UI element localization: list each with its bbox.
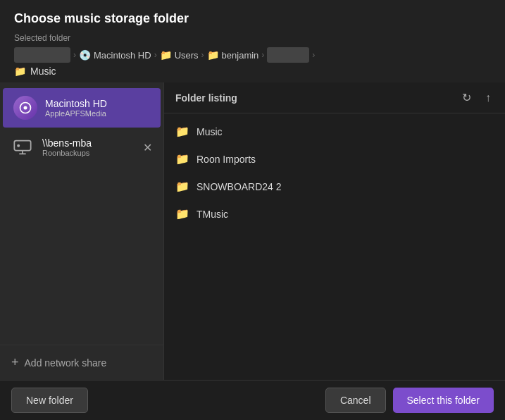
- svg-point-5: [18, 145, 19, 147]
- selected-path-label: Music: [30, 66, 56, 77]
- folder-list: 📁 Music 📁 Roon Imports 📁 SNOWBOARD24 2 📁…: [164, 113, 505, 380]
- folder-list-icon-music: 📁: [175, 125, 189, 138]
- benjamin-folder-icon: 📁: [207, 49, 219, 61]
- folder-list-icon-roon: 📁: [175, 152, 189, 166]
- new-folder-button[interactable]: New folder: [11, 388, 88, 413]
- folder-list-icon-snowboard: 📁: [175, 180, 189, 193]
- breadcrumb-sep-3: ›: [201, 50, 204, 60]
- macintosh-icon: 💿: [79, 49, 91, 61]
- svg-rect-2: [14, 141, 30, 151]
- folder-panel-actions: ↻ ↑: [459, 89, 494, 106]
- sidebar-item-bens-text: \\bens-mba Roonbackups: [42, 137, 135, 157]
- select-folder-button[interactable]: Select this folder: [393, 388, 494, 413]
- breadcrumb-hidden-block: [14, 47, 70, 63]
- breadcrumb-hidden-block-2: [267, 47, 309, 63]
- macintosh-hd-icon-wrapper: [13, 95, 38, 121]
- breadcrumb-benjamin-label: benjamin: [222, 50, 259, 61]
- dialog: Choose music storage folder Selected fol…: [0, 0, 505, 420]
- svg-point-1: [24, 106, 27, 110]
- users-folder-icon: 📁: [160, 49, 172, 61]
- breadcrumb-item-users[interactable]: 📁 Users: [160, 49, 199, 61]
- add-network-share-button[interactable]: + Add network share: [11, 355, 106, 370]
- sidebar-macintosh-name: Macintosh HD: [45, 98, 151, 109]
- sidebar: Macintosh HD AppleAPFSMedia: [0, 82, 164, 380]
- breadcrumb-users-label: Users: [175, 50, 199, 61]
- dialog-title: Choose music storage folder: [14, 11, 491, 26]
- add-icon: +: [11, 355, 19, 370]
- breadcrumb-macintosh-label: Macintosh HD: [94, 50, 151, 61]
- hd-disk-icon: [13, 96, 37, 120]
- breadcrumb-sep-5: ›: [312, 50, 315, 60]
- folder-item-music[interactable]: 📁 Music: [164, 118, 505, 145]
- folder-panel: Folder listing ↻ ↑ 📁 Music 📁 Roon Import…: [164, 82, 505, 380]
- breadcrumb-item-benjamin[interactable]: 📁 benjamin: [207, 49, 259, 61]
- breadcrumb-sep-2: ›: [154, 50, 157, 60]
- btn-group-right: Cancel Select this folder: [325, 388, 494, 413]
- sidebar-item-macintosh-hd[interactable]: Macintosh HD AppleAPFSMedia: [3, 88, 161, 128]
- sidebar-bens-name: \\bens-mba: [42, 137, 135, 149]
- folder-item-music-label: Music: [197, 126, 223, 137]
- folder-item-roon-label: Roon Imports: [197, 154, 256, 165]
- sidebar-footer: + Add network share: [0, 345, 163, 380]
- folder-item-snowboard-label: SNOWBOARD24 2: [197, 181, 282, 192]
- sidebar-item-bens-mba[interactable]: \\bens-mba Roonbackups ✕: [0, 128, 163, 167]
- selected-folder-label: Selected folder: [14, 33, 491, 43]
- sidebar-item-macintosh-text: Macintosh HD AppleAPFSMedia: [45, 98, 151, 118]
- selected-path-row: 📁 Music: [14, 66, 491, 77]
- refresh-button[interactable]: ↻: [459, 89, 474, 106]
- folder-item-tmusic[interactable]: 📁 TMusic: [164, 200, 505, 228]
- breadcrumb-item-hidden2: [267, 47, 309, 63]
- folder-listing-title: Folder listing: [175, 92, 237, 104]
- bens-mba-icon-wrapper: [10, 135, 35, 160]
- breadcrumb: › 💿 Macintosh HD › 📁 Users › 📁 benjamin …: [14, 47, 491, 63]
- sidebar-items: Macintosh HD AppleAPFSMedia: [0, 82, 163, 345]
- bottom-bar: New folder Cancel Select this folder: [0, 380, 505, 420]
- sidebar-bens-sub: Roonbackups: [42, 149, 135, 157]
- folder-item-tmusic-label: TMusic: [197, 209, 228, 220]
- folder-item-roon-imports[interactable]: 📁 Roon Imports: [164, 145, 505, 173]
- breadcrumb-sep-4: ›: [261, 50, 264, 60]
- network-drive-icon: [11, 136, 34, 159]
- breadcrumb-item-macintosh[interactable]: 💿 Macintosh HD: [79, 49, 151, 61]
- folder-list-icon-tmusic: 📁: [175, 207, 189, 221]
- folder-panel-header: Folder listing ↻ ↑: [164, 82, 505, 113]
- folder-item-snowboard[interactable]: 📁 SNOWBOARD24 2: [164, 173, 505, 200]
- breadcrumb-sep-1: ›: [73, 50, 76, 60]
- main-content: Macintosh HD AppleAPFSMedia: [0, 82, 505, 380]
- sidebar-macintosh-sub: AppleAPFSMedia: [45, 109, 151, 118]
- header: Choose music storage folder Selected fol…: [0, 0, 505, 82]
- cancel-button[interactable]: Cancel: [325, 388, 386, 413]
- up-button[interactable]: ↑: [482, 89, 494, 106]
- add-network-label: Add network share: [25, 357, 107, 369]
- breadcrumb-item-hidden1: [14, 47, 70, 63]
- selected-folder-icon: 📁: [14, 66, 26, 77]
- remove-bens-mba-button[interactable]: ✕: [142, 140, 154, 156]
